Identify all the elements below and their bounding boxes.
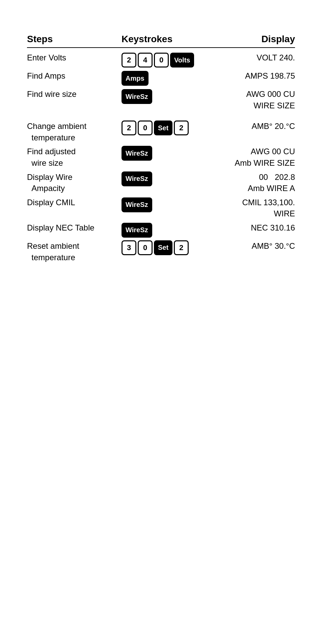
display-cell-change-ambient: AMB° 20.°C — [230, 120, 295, 132]
keys-cell-enter-volts: 240Volts — [122, 52, 230, 68]
key-btn-WireSz[interactable]: WireSz — [122, 89, 152, 104]
display-cell-find-adjusted-wire: AWG 00 CU Amb WIRE SIZE — [230, 146, 295, 168]
key-box-2[interactable]: 2 — [122, 120, 136, 135]
key-box-0[interactable]: 0 — [138, 240, 153, 255]
key-box-0[interactable]: 0 — [138, 120, 153, 135]
key-btn-Set[interactable]: Set — [154, 240, 172, 255]
key-btn-Volts[interactable]: Volts — [170, 53, 194, 68]
display-cell-enter-volts: VOLT 240. — [230, 52, 295, 63]
keys-cell-find-amps: Amps — [122, 70, 230, 86]
table-row: Change ambient temperature20Set2AMB° 20.… — [27, 119, 295, 144]
key-box-2[interactable]: 2 — [174, 240, 189, 255]
table-row: Display CMILWireSzCMIL 133,100. WIRE — [27, 195, 295, 221]
keys-cell-find-wire-size: WireSz — [122, 88, 230, 104]
step-cell-display-nec: Display NEC Table — [27, 222, 122, 234]
key-btn-WireSz[interactable]: WireSz — [122, 223, 152, 238]
key-btn-WireSz[interactable]: WireSz — [122, 146, 152, 161]
keys-cell-change-ambient: 20Set2 — [122, 120, 230, 135]
header-keystrokes: Keystrokes — [122, 34, 230, 45]
key-btn-Set[interactable]: Set — [154, 120, 172, 135]
table-header: Steps Keystrokes Display — [27, 34, 295, 48]
key-btn-WireSz[interactable]: WireSz — [122, 171, 152, 186]
step-cell-display-cmil: Display CMIL — [27, 197, 122, 208]
keys-cell-display-cmil: WireSz — [122, 197, 230, 212]
key-box-4[interactable]: 4 — [138, 53, 153, 68]
table-body: Enter Volts240VoltsVOLT 240.Find AmpsAmp… — [27, 51, 295, 264]
display-cell-find-amps: AMPS 198.75 — [230, 70, 295, 82]
step-cell-find-adjusted-wire: Find adjusted wire size — [27, 146, 122, 168]
step-cell-find-wire-size: Find wire size — [27, 88, 122, 100]
key-box-3[interactable]: 3 — [122, 240, 136, 255]
display-cell-display-wire-ampacity: 00 202.8 Amb WIRE A — [230, 171, 295, 194]
header-display: Display — [230, 34, 295, 45]
display-cell-display-nec: NEC 310.16 — [230, 222, 295, 234]
main-table: Steps Keystrokes Display Enter Volts240V… — [27, 34, 295, 264]
step-cell-reset-ambient: Reset ambient temperature — [27, 240, 122, 263]
display-cell-find-wire-size: AWG 000 CU WIRE SIZE — [230, 88, 295, 111]
step-cell-find-amps: Find Amps — [27, 70, 122, 82]
table-row: Display Wire AmpacityWireSz00 202.8 Amb … — [27, 170, 295, 195]
table-row: Find wire sizeWireSzAWG 000 CU WIRE SIZE — [27, 87, 295, 112]
table-row: Enter Volts240VoltsVOLT 240. — [27, 51, 295, 69]
step-cell-enter-volts: Enter Volts — [27, 52, 122, 63]
keys-cell-reset-ambient: 30Set2 — [122, 240, 230, 255]
table-row: Display NEC TableWireSzNEC 310.16 — [27, 221, 295, 239]
keys-cell-find-adjusted-wire: WireSz — [122, 146, 230, 161]
key-box-2[interactable]: 2 — [174, 120, 189, 135]
header-steps: Steps — [27, 34, 122, 45]
table-row: Reset ambient temperature30Set2AMB° 30.°… — [27, 239, 295, 264]
table-row: Find AmpsAmpsAMPS 198.75 — [27, 69, 295, 87]
key-box-2[interactable]: 2 — [122, 53, 136, 68]
step-cell-change-ambient: Change ambient temperature — [27, 120, 122, 143]
keys-cell-display-wire-ampacity: WireSz — [122, 171, 230, 186]
keys-cell-display-nec: WireSz — [122, 222, 230, 238]
display-cell-reset-ambient: AMB° 30.°C — [230, 240, 295, 252]
key-btn-WireSz[interactable]: WireSz — [122, 197, 152, 212]
display-cell-display-cmil: CMIL 133,100. WIRE — [230, 197, 295, 219]
table-row: Find adjusted wire sizeWireSzAWG 00 CU A… — [27, 144, 295, 170]
key-btn-Amps[interactable]: Amps — [122, 71, 149, 86]
step-cell-display-wire-ampacity: Display Wire Ampacity — [27, 171, 122, 194]
key-box-0[interactable]: 0 — [154, 53, 169, 68]
